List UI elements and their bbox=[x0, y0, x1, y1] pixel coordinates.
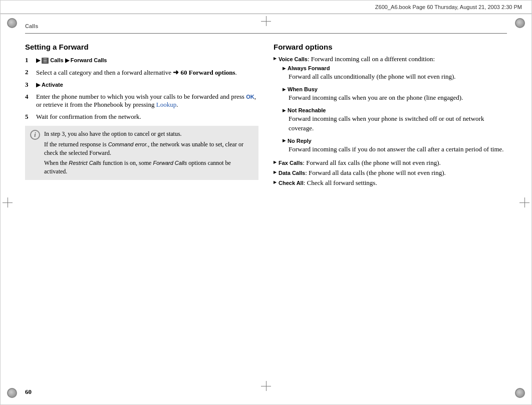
fax-calls-item: Fax Calls: Forward all fax calls (the ph… bbox=[274, 159, 507, 167]
step-2-period: . bbox=[235, 69, 237, 76]
note-box: i In step 3, you also have the option to… bbox=[25, 126, 258, 180]
voice-calls-label: Voice Calls bbox=[279, 56, 308, 62]
fax-calls-content: Fax Calls: Forward all fax calls (the ph… bbox=[279, 159, 441, 167]
check-all-item: Check All: Check all forward settings. bbox=[274, 179, 507, 187]
setting-forward-heading: Setting a Forward bbox=[25, 43, 258, 51]
content-area: Calls Setting a Forward 1 ▶ ☰ Calls ▶ Fo… bbox=[25, 14, 507, 380]
step-3: 3 ▶ Activate bbox=[25, 81, 258, 89]
deco-circle-tr bbox=[515, 18, 525, 28]
step-5-num: 5 bbox=[25, 113, 32, 121]
step-5: 5 Wait for confirmation from the network… bbox=[25, 113, 258, 121]
step-2: 2 Select a call category and then a forw… bbox=[25, 68, 258, 77]
step-4-content: Enter the phone number to which you wish… bbox=[36, 93, 258, 109]
step-1-forward-calls: Forward Calls bbox=[71, 57, 107, 63]
data-calls-item: Data Calls: Forward all data calls (the … bbox=[274, 169, 507, 177]
step-2-content: Select a call category and then a forwar… bbox=[36, 68, 258, 77]
step-1: 1 ▶ ☰ Calls ▶ Forward Calls bbox=[25, 56, 258, 64]
forward-calls-text: Forward Calls bbox=[153, 160, 187, 166]
note-line-2: If the returned response is Command erro… bbox=[44, 140, 253, 157]
left-column: Setting a Forward 1 ▶ ☰ Calls ▶ Forward … bbox=[25, 43, 258, 189]
step-5-content: Wait for confirmation from the network. bbox=[36, 113, 258, 121]
always-forward-label: Always Forward bbox=[288, 65, 330, 71]
no-reply-label: No Reply bbox=[288, 138, 312, 144]
step-list: 1 ▶ ☰ Calls ▶ Forward Calls 2 Select a c… bbox=[25, 56, 258, 121]
step-5-text: Wait for confirmation from the network. bbox=[36, 113, 141, 120]
not-reachable-label: Not Reachable bbox=[288, 107, 326, 113]
page-number: 60 bbox=[25, 388, 32, 396]
always-forward-text: Forward all calls unconditionally (the p… bbox=[289, 72, 507, 81]
step-4-text1: Enter the phone number to which you wish… bbox=[36, 93, 246, 100]
sub-items-list: Always Forward Forward all calls uncondi… bbox=[283, 65, 507, 154]
when-busy-heading: When Busy bbox=[283, 86, 507, 92]
forward-options-heading: Forward options bbox=[274, 43, 507, 51]
step-3-activate: Activate bbox=[42, 82, 63, 88]
deco-circle-tl bbox=[7, 18, 17, 28]
check-all-label: Check All bbox=[279, 180, 304, 186]
right-column: Forward options Voice Calls: Forward inc… bbox=[274, 43, 507, 189]
crosshair-left bbox=[3, 197, 13, 208]
step-2-arrow: ➜ bbox=[173, 69, 179, 76]
voice-calls-item: Voice Calls: Forward incoming call on a … bbox=[274, 55, 507, 63]
not-reachable-heading: Not Reachable bbox=[283, 107, 507, 113]
note-text-area: In step 3, you also have the option to c… bbox=[44, 130, 253, 176]
step-1-calls: Calls bbox=[50, 57, 65, 63]
deco-circle-bl bbox=[7, 388, 17, 398]
check-all-content: Check All: Check all forward settings. bbox=[279, 179, 377, 187]
note-line-3: When the Restrict Calls function is on, … bbox=[44, 159, 253, 176]
command-error-text: Command error. bbox=[108, 141, 148, 147]
step-3-content: ▶ Activate bbox=[36, 81, 258, 89]
when-busy-text: Forward incoming calls when you are on t… bbox=[289, 93, 507, 102]
step-2-bold: 60 Forward options bbox=[180, 69, 235, 76]
data-calls-content: Data Calls: Forward all data calls (the … bbox=[279, 169, 446, 177]
no-reply-text: Forward incoming calls if you do not ans… bbox=[289, 145, 507, 154]
section-title: Calls bbox=[25, 14, 507, 34]
note-icon-wrap: i bbox=[30, 130, 40, 140]
deco-circle-br bbox=[515, 388, 525, 398]
always-forward-heading: Always Forward bbox=[283, 65, 507, 71]
crosshair-bottom bbox=[261, 381, 271, 391]
crosshair-right bbox=[519, 197, 529, 208]
step-4: 4 Enter the phone number to which you wi… bbox=[25, 93, 258, 109]
voice-calls-content: Voice Calls: Forward incoming call on a … bbox=[279, 55, 435, 63]
note-icon: i bbox=[30, 130, 40, 140]
menu-icon: ☰ bbox=[42, 58, 49, 64]
step-4-lookup: Lookup bbox=[156, 101, 176, 108]
step-4-num: 4 bbox=[25, 93, 32, 101]
step-3-num: 3 bbox=[25, 81, 32, 89]
step-2-text1: Select a call category and then a forwar… bbox=[36, 69, 173, 76]
data-calls-text: : Forward all data calls (the phone will… bbox=[305, 169, 446, 176]
data-calls-label: Data Calls bbox=[279, 170, 305, 176]
note-line-1: In step 3, you also have the option to c… bbox=[44, 130, 253, 138]
step-3-arrow: ▶ bbox=[36, 82, 42, 88]
check-all-text: : Check all forward settings. bbox=[304, 179, 377, 186]
voice-calls-text: : Forward incoming call on a different c… bbox=[308, 55, 435, 63]
no-reply-heading: No Reply bbox=[283, 138, 507, 144]
restrict-calls-text: Restrict Calls bbox=[69, 160, 101, 166]
note-inner: i In step 3, you also have the option to… bbox=[30, 130, 253, 176]
step-1-num: 1 bbox=[25, 56, 32, 64]
step-4-ok: OK bbox=[246, 94, 254, 100]
two-col-layout: Setting a Forward 1 ▶ ☰ Calls ▶ Forward … bbox=[25, 43, 507, 189]
step-1-content: ▶ ☰ Calls ▶ Forward Calls bbox=[36, 56, 258, 64]
step-4-text3: . bbox=[176, 101, 178, 108]
when-busy-label: When Busy bbox=[288, 86, 318, 92]
step-1-arrow2: ▶ bbox=[65, 57, 71, 63]
step-1-arrow1: ▶ bbox=[36, 57, 42, 63]
fax-calls-label: Fax Calls bbox=[279, 160, 303, 166]
not-reachable-text: Forward incoming calls when your phone i… bbox=[289, 114, 507, 132]
step-2-num: 2 bbox=[25, 68, 32, 76]
fax-calls-text: : Forward all fax calls (the phone will … bbox=[303, 159, 440, 166]
